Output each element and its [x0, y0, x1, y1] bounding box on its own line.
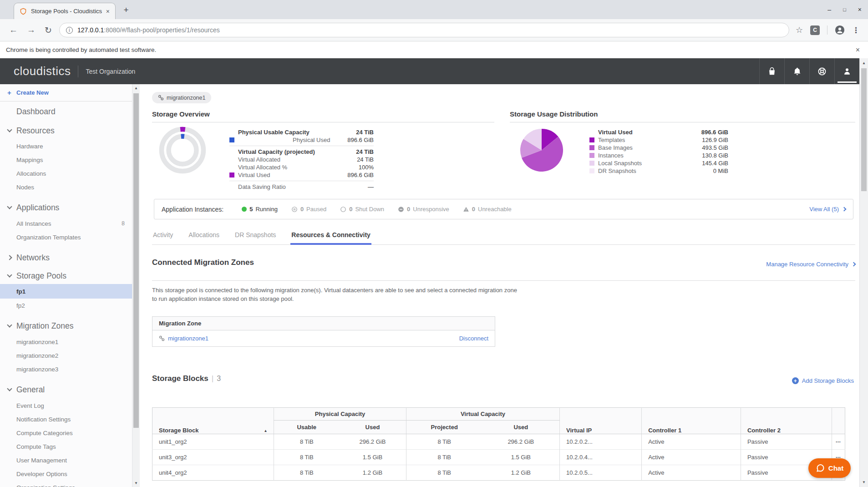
sidebar-item-event-log[interactable]: Event Log [0, 399, 132, 412]
sidebar-item-mappings[interactable]: Mappings [0, 153, 132, 167]
scroll-up-icon[interactable] [860, 61, 868, 65]
scroll-down-icon[interactable] [860, 480, 868, 484]
sidebar-section-networks[interactable]: Networks [0, 250, 132, 265]
sidebar-item-fp2[interactable]: fp2 [0, 299, 132, 312]
sidebar-item-hardware[interactable]: Hardware [0, 139, 132, 153]
sidebar-item-all-instances[interactable]: All Instances8 [0, 217, 132, 230]
legend-row: Instances130.8 GiB [589, 152, 728, 159]
chat-button[interactable]: Chat [808, 458, 851, 478]
tab-close-icon[interactable] [104, 8, 112, 15]
forward-icon[interactable] [27, 25, 36, 35]
page-scrollbar-thumb[interactable] [861, 68, 867, 191]
sidebar-item-migrationzone3[interactable]: migrationzone3 [0, 362, 132, 376]
browser-tab-strip: Storage Pools - Cloudistics [0, 0, 868, 19]
migrationzone1-link[interactable]: migrationzone1 [168, 335, 208, 342]
automation-infobar: Chrome is being controlled by automated … [0, 41, 868, 58]
column-header-controller-2[interactable]: Controller 2 [741, 408, 832, 434]
column-header-virtual-ip[interactable]: Virtual IP [560, 408, 642, 434]
sidebar-item-fp1[interactable]: fp1 [0, 284, 132, 299]
new-tab-button[interactable] [120, 4, 132, 16]
profile-avatar-icon[interactable] [835, 25, 845, 35]
storage-distribution-legend: Virtual Used896.6 GiB Templates126.9 GiB… [589, 128, 728, 175]
navbar-icons [759, 58, 859, 84]
window-minimize-icon[interactable] [827, 6, 831, 13]
sidebar-item-compute-tags[interactable]: Compute Tags [0, 440, 132, 453]
local-snapshots-swatch [589, 161, 594, 166]
warning-triangle-icon [463, 206, 469, 213]
sidebar-section-migration-zones[interactable]: Migration Zones [0, 318, 132, 334]
scroll-down-icon[interactable] [132, 481, 140, 485]
chevron-down-icon [7, 272, 12, 277]
view-all-link[interactable]: View All (5) [809, 206, 846, 213]
support-button[interactable] [809, 58, 834, 84]
sidebar-item-developer-options[interactable]: Developer Options [0, 467, 132, 481]
legend-row: Virtual Allocated %100% [229, 163, 374, 171]
sidebar-section-applications[interactable]: Applications [0, 200, 132, 215]
column-header-used-physical[interactable]: Used [339, 421, 406, 434]
chevron-down-icon [7, 386, 12, 391]
page-scrollbar[interactable] [859, 58, 868, 487]
sidebar-section-resources[interactable]: Resources [0, 123, 132, 138]
window-maximize-icon[interactable] [843, 7, 846, 12]
sidebar-scrollbar[interactable] [132, 84, 140, 487]
sidebar-item-migrationzone1[interactable]: migrationzone1 [0, 335, 132, 349]
zone-tag-pill[interactable]: migrationzone1 [152, 92, 211, 103]
reload-icon[interactable] [45, 25, 52, 36]
row-actions-menu-icon[interactable] [832, 434, 845, 450]
browser-menu-icon[interactable] [852, 25, 860, 35]
instances-swatch [589, 153, 594, 158]
notifications-button[interactable] [784, 58, 809, 84]
sidebar-scrollbar-thumb[interactable] [133, 93, 139, 428]
tab-activity[interactable]: Activity [152, 230, 174, 245]
sidebar-item-user-management[interactable]: User Management [0, 453, 132, 467]
storage-overview-title: Storage Overview [152, 110, 494, 122]
link-icon [159, 335, 165, 341]
create-new-button[interactable]: Create New [0, 84, 132, 101]
legend-row: Physical Usable Capacity24 TiB [229, 128, 374, 136]
storage-overview-legend: Physical Usable Capacity24 TiB Physical … [229, 128, 374, 191]
column-header-used-virtual[interactable]: Used [482, 421, 560, 434]
column-header-usable[interactable]: Usable [274, 421, 339, 434]
table-row: unit1_org2 8 TiB 296.2 GiB 8 TiB 296.2 G… [152, 434, 845, 450]
storage-overview-panel: Storage Overview [152, 110, 494, 122]
window-close-icon[interactable] [858, 6, 862, 13]
disconnect-link[interactable]: Disconnect [459, 335, 488, 342]
favicon-shield-icon [20, 8, 27, 15]
sidebar-item-organization-templates[interactable]: Organization Templates [0, 230, 132, 244]
bookmark-star-icon[interactable] [796, 25, 803, 35]
marketplace-button[interactable] [759, 58, 784, 84]
sidebar-item-nodes[interactable]: Nodes [0, 180, 132, 194]
sidebar-item-allocations[interactable]: Allocations [0, 167, 132, 180]
tab-resources-connectivity[interactable]: Resources & Connectivity [290, 230, 371, 245]
app-navbar: cloudistics Test Organization [0, 58, 859, 84]
scroll-up-icon[interactable] [132, 86, 140, 90]
column-header-projected[interactable]: Projected [406, 421, 482, 434]
detail-tabs: Activity Allocations DR Snapshots Resour… [152, 230, 855, 245]
storage-blocks-heading: Storage Blocks|3 [152, 374, 221, 383]
sidebar-section-storage-pools[interactable]: Storage Pools [0, 268, 132, 284]
plus-icon [7, 89, 11, 96]
sidebar-item-migrationzone2[interactable]: migrationzone2 [0, 349, 132, 362]
tab-allocations[interactable]: Allocations [188, 230, 220, 245]
sidebar-section-general[interactable]: General [0, 382, 132, 397]
sidebar-item-organization-settings[interactable]: Organization Settings [0, 481, 132, 487]
info-icon[interactable] [66, 27, 73, 34]
status-paused: 0 Paused [291, 206, 326, 213]
tab-dr-snapshots[interactable]: DR Snapshots [234, 230, 277, 245]
automation-notice: Chrome is being controlled by automated … [6, 46, 156, 53]
add-storage-blocks-link[interactable]: Add Storage Blocks [792, 377, 854, 384]
browser-tab[interactable]: Storage Pools - Cloudistics [14, 3, 116, 19]
back-icon[interactable] [9, 25, 18, 35]
column-header-controller-1[interactable]: Controller 1 [642, 408, 741, 434]
address-bar[interactable]: 127.0.0.1:8080/#/flash-pool/properties/1… [59, 23, 789, 37]
sidebar-item-notification-settings[interactable]: Notification Settings [0, 412, 132, 426]
sidebar-item-dashboard[interactable]: Dashboard [0, 104, 132, 119]
sidebar-item-compute-categories[interactable]: Compute Categories [0, 426, 132, 440]
manage-resource-connectivity-link[interactable]: Manage Resource Connectivity [766, 261, 855, 268]
cloudistics-logo[interactable]: cloudistics [14, 64, 71, 78]
column-header-storage-block[interactable]: Storage Block [152, 408, 274, 434]
infobar-close-icon[interactable] [856, 46, 860, 54]
user-menu-button[interactable] [834, 58, 859, 84]
extension-icon[interactable]: C [810, 25, 820, 35]
instances-count-badge: 8 [122, 220, 125, 227]
